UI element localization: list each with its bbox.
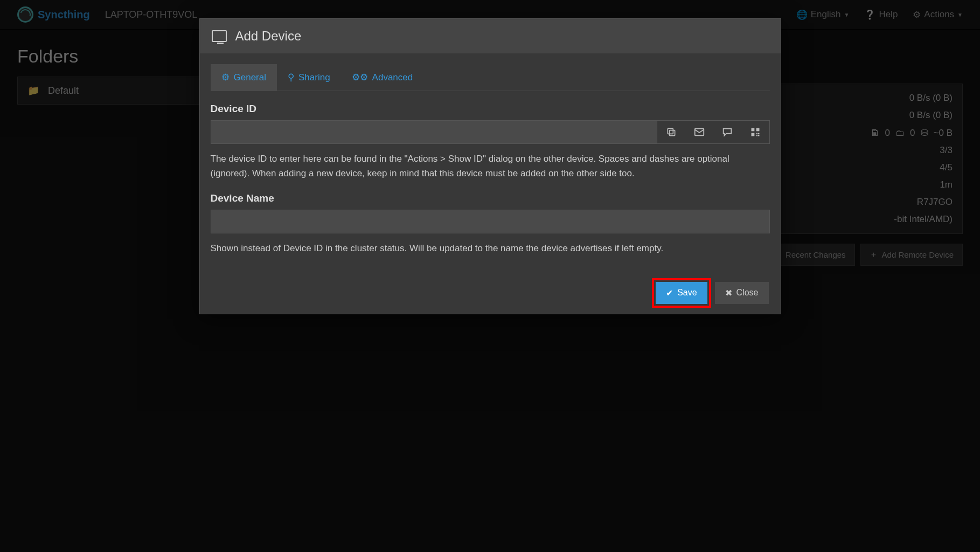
close-icon: ✖ bbox=[725, 288, 732, 298]
svg-rect-0 bbox=[669, 130, 675, 136]
device-name-help: Shown instead of Device ID in the cluste… bbox=[211, 241, 770, 256]
close-button[interactable]: ✖ Close bbox=[715, 282, 769, 304]
cog-icon: ⚙ bbox=[221, 72, 230, 83]
modal-footer: ✔ Save ✖ Close bbox=[200, 272, 781, 314]
cogs-icon: ⚙⚙ bbox=[352, 72, 368, 83]
tab-advanced[interactable]: ⚙⚙ Advanced bbox=[341, 64, 424, 91]
tab-sharing-label: Sharing bbox=[298, 72, 330, 83]
svg-rect-1 bbox=[668, 128, 673, 134]
svg-rect-9 bbox=[758, 133, 760, 135]
svg-rect-4 bbox=[756, 128, 759, 132]
svg-rect-3 bbox=[751, 128, 754, 132]
device-id-input-group bbox=[211, 120, 770, 144]
svg-rect-7 bbox=[758, 135, 760, 136]
save-button[interactable]: ✔ Save bbox=[656, 282, 707, 304]
mail-icon[interactable] bbox=[685, 121, 713, 143]
svg-rect-8 bbox=[756, 135, 757, 136]
modal-header: Add Device bbox=[200, 19, 781, 53]
tab-sharing[interactable]: ⚲ Sharing bbox=[277, 64, 341, 91]
copy-icon[interactable] bbox=[657, 121, 685, 143]
svg-rect-6 bbox=[756, 133, 757, 135]
device-id-input[interactable] bbox=[211, 120, 657, 144]
modal-overlay: Add Device ⚙ General ⚲ Sharing ⚙⚙ Advanc… bbox=[0, 0, 980, 552]
modal-tabs: ⚙ General ⚲ Sharing ⚙⚙ Advanced bbox=[211, 64, 770, 91]
close-button-label: Close bbox=[736, 288, 759, 298]
tab-general[interactable]: ⚙ General bbox=[211, 64, 277, 91]
device-id-icon-buttons bbox=[657, 120, 770, 144]
check-icon: ✔ bbox=[666, 288, 673, 298]
svg-rect-5 bbox=[751, 133, 754, 136]
add-device-modal: Add Device ⚙ General ⚲ Sharing ⚙⚙ Advanc… bbox=[199, 18, 781, 314]
modal-body: ⚙ General ⚲ Sharing ⚙⚙ Advanced Device I… bbox=[200, 64, 781, 272]
share-icon: ⚲ bbox=[288, 72, 294, 83]
save-button-label: Save bbox=[677, 288, 697, 298]
device-name-input[interactable] bbox=[211, 210, 770, 233]
qrcode-icon[interactable] bbox=[741, 121, 769, 143]
monitor-icon bbox=[212, 30, 227, 42]
tab-advanced-label: Advanced bbox=[372, 72, 413, 83]
device-id-label: Device ID bbox=[211, 103, 770, 115]
device-name-label: Device Name bbox=[211, 192, 770, 204]
tab-general-label: General bbox=[234, 72, 266, 83]
device-id-help: The device ID to enter here can be found… bbox=[211, 151, 770, 181]
modal-title: Add Device bbox=[235, 29, 302, 44]
chat-icon[interactable] bbox=[713, 121, 741, 143]
